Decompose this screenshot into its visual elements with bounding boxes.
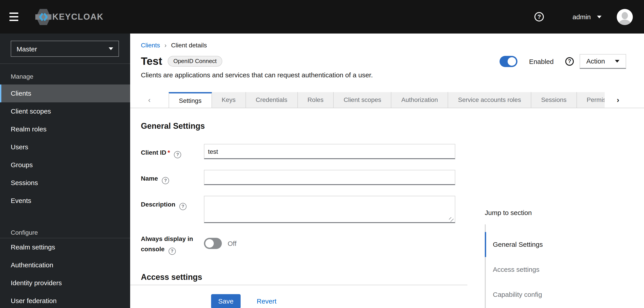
sidebar-item-authentication[interactable]: Authentication (0, 256, 130, 274)
breadcrumb-separator-icon: › (164, 41, 166, 49)
sidebar-item-realm-roles[interactable]: Realm roles (0, 120, 130, 138)
breadcrumb-current: Client details (171, 41, 207, 49)
keycloak-logo: KEYCLOAK (35, 8, 104, 26)
masthead: KEYCLOAK ? admin (0, 0, 644, 33)
help-icon[interactable]: ? (162, 177, 169, 184)
jump-link-access-settings[interactable]: Access settings (486, 257, 628, 282)
user-menu-button[interactable]: admin (572, 13, 602, 20)
tab-keys[interactable]: Keys (212, 92, 246, 108)
section-general-settings: General Settings (130, 121, 644, 131)
sidebar-item-sessions[interactable]: Sessions (0, 174, 130, 192)
jump-nav-title: Jump to section (485, 209, 628, 217)
help-icon[interactable]: ? (179, 203, 186, 210)
revert-button[interactable]: Revert (257, 297, 276, 305)
name-input[interactable] (204, 170, 455, 185)
section-divider (130, 285, 467, 285)
breadcrumb: Clients › Client details (130, 33, 644, 50)
tab-credentials[interactable]: Credentials (246, 92, 298, 108)
masthead-right: ? admin (534, 9, 644, 25)
realm-selector[interactable]: Master (11, 41, 119, 57)
client-id-label: Client ID (141, 149, 166, 156)
tab-service-accounts-roles[interactable]: Service accounts roles (448, 92, 531, 108)
nav-section-configure: Configure (0, 227, 130, 238)
action-dropdown-label: Action (586, 57, 605, 65)
jump-to-section-nav: Jump to section General Settings Access … (485, 209, 628, 308)
brand-text: KEYCLOAK (52, 12, 104, 22)
page-subtitle: Clients are applications and services th… (130, 71, 644, 79)
tab-sessions[interactable]: Sessions (531, 92, 577, 108)
jump-link-capability-config[interactable]: Capability config (486, 282, 628, 307)
jump-link-general-settings[interactable]: General Settings (485, 232, 628, 257)
client-id-input[interactable] (204, 144, 455, 159)
tab-permissions[interactable]: Permissions (577, 92, 605, 108)
form-row-client-id: Client ID* ? (130, 144, 644, 159)
tab-authorization[interactable]: Authorization (392, 92, 448, 108)
nav-section-manage: Manage (0, 71, 130, 82)
tab-roles[interactable]: Roles (298, 92, 334, 108)
keycloak-admin-console: KEYCLOAK ? admin Master Manage Clients (0, 0, 644, 308)
sidebar-item-users[interactable]: Users (0, 138, 130, 156)
caret-down-icon (597, 15, 602, 18)
help-icon[interactable]: ? (534, 12, 544, 21)
username: admin (572, 13, 591, 20)
enabled-toggle[interactable] (500, 56, 518, 67)
protocol-badge: OpenID Connect (168, 56, 222, 67)
avatar-icon (622, 12, 628, 19)
hamburger-icon (10, 12, 18, 14)
page-header: Test OpenID Connect Enabled ? Action (130, 54, 644, 69)
enabled-label: Enabled (529, 57, 554, 65)
save-button[interactable]: Save (211, 294, 240, 308)
sidebar-item-realm-settings[interactable]: Realm settings (0, 238, 130, 256)
sidebar-item-clients[interactable]: Clients (0, 84, 130, 102)
page-title: Test (141, 55, 162, 67)
caret-down-icon (615, 60, 620, 62)
help-icon[interactable]: ? (174, 151, 181, 158)
name-label: Name (141, 175, 158, 182)
required-indicator: * (168, 149, 170, 156)
nav-manage-list: Clients Client scopes Realm roles Users … (0, 84, 130, 210)
sidebar-divider (0, 63, 130, 64)
tab-client-scopes[interactable]: Client scopes (334, 92, 392, 108)
nav-configure-list: Realm settings Authentication Identity p… (0, 238, 130, 308)
sidebar-item-user-federation[interactable]: User federation (0, 292, 130, 308)
jump-link-login-settings[interactable]: Login settings (486, 307, 628, 308)
form-row-name: Name ? (130, 170, 644, 185)
tabs-scroll-right-icon[interactable]: › (605, 92, 619, 108)
nav-toggle-button[interactable] (10, 12, 19, 22)
tab-settings[interactable]: Settings (168, 92, 212, 108)
help-icon[interactable]: ? (168, 248, 176, 255)
description-textarea[interactable] (204, 196, 455, 223)
sidebar-item-client-scopes[interactable]: Client scopes (0, 102, 130, 120)
tabs-scroll-left-icon[interactable]: ‹ (130, 92, 168, 108)
action-dropdown[interactable]: Action (580, 54, 626, 69)
main-content: Clients › Client details Test OpenID Con… (130, 33, 644, 308)
realm-selector-value: Master (16, 45, 37, 52)
description-label: Description (141, 201, 175, 208)
caret-down-icon (109, 47, 113, 50)
tabs: ‹ Settings Keys Credentials Roles Client… (130, 92, 644, 108)
always-display-toggle[interactable] (204, 238, 222, 249)
keycloak-logo-icon (35, 8, 52, 26)
breadcrumb-link-clients[interactable]: Clients (141, 41, 160, 49)
avatar[interactable] (617, 9, 633, 25)
sidebar-item-groups[interactable]: Groups (0, 156, 130, 174)
help-icon[interactable]: ? (565, 57, 574, 65)
always-display-label: Always display in console (141, 235, 193, 253)
sidebar-item-events[interactable]: Events (0, 192, 130, 210)
always-display-state: Off (228, 240, 236, 247)
sidebar-item-identity-providers[interactable]: Identity providers (0, 274, 130, 292)
sidebar: Master Manage Clients Client scopes Real… (0, 33, 130, 308)
